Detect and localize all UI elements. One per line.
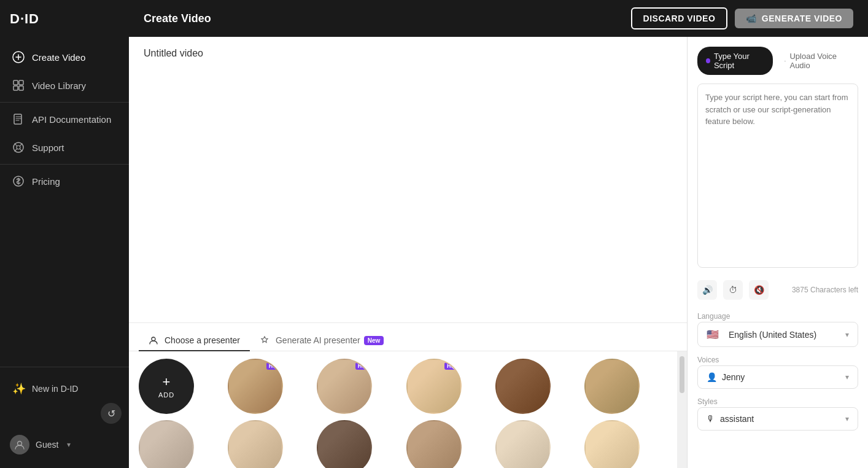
scroll-thumb	[680, 356, 684, 393]
video-canvas	[129, 66, 687, 322]
svg-rect-2	[19, 80, 23, 85]
timer-icon[interactable]: ⏱	[723, 280, 743, 300]
mic-icon: 🎙	[707, 414, 715, 424]
plus-icon: +	[163, 374, 171, 390]
tab-choose-presenter[interactable]: Choose a presenter	[139, 330, 250, 351]
language-flag: 🇺🇸	[707, 329, 719, 340]
presenter-grid: + ADD HQ HQ HQ	[129, 351, 677, 468]
logo: D·ID	[0, 0, 129, 38]
camera-icon: 📹	[746, 14, 757, 23]
sidebar-item-label: Support	[32, 142, 64, 153]
script-textarea[interactable]	[697, 84, 858, 268]
presenter-avatar[interactable]: HQ	[317, 359, 372, 414]
language-label: Language	[697, 312, 858, 321]
language-section: Language 🇺🇸 English (United States) ▾	[697, 312, 858, 347]
page-title: Create Video	[144, 12, 211, 25]
presenter-avatar[interactable]	[139, 420, 194, 468]
styles-label: Styles	[697, 397, 858, 406]
script-tabs: Type Your Script · Upload Voice Audio	[697, 47, 858, 75]
header: Create Video DISCARD VIDEO 📹 GENERATE VI…	[129, 0, 868, 37]
language-select[interactable]: 🇺🇸 English (United States) ▾	[697, 322, 858, 347]
sidebar-item-support[interactable]: Support	[0, 133, 129, 162]
header-actions: DISCARD VIDEO 📹 GENERATE VIDEO	[631, 7, 853, 29]
svg-rect-4	[19, 86, 23, 90]
right-panel: Type Your Script · Upload Voice Audio 🔊 …	[687, 37, 868, 468]
workspace: Untitled video Choose a presenter	[129, 37, 868, 468]
mute-icon[interactable]: 🔇	[749, 280, 769, 300]
support-icon	[12, 141, 25, 154]
control-icons: 🔊 ⏱ 🔇	[697, 280, 769, 300]
presenter-avatar[interactable]	[584, 420, 640, 468]
new-in-did[interactable]: ✨ New in D-ID	[0, 375, 129, 403]
svg-point-7	[17, 146, 20, 149]
presenter-avatar[interactable]: HQ	[228, 359, 283, 414]
presenter-scrollbar[interactable]	[677, 351, 687, 468]
presenter-avatar[interactable]	[317, 420, 372, 468]
style-select[interactable]: 🎙 assistant ▾	[697, 407, 858, 431]
video-area: Untitled video Choose a presenter	[129, 37, 687, 468]
plus-circle-icon	[12, 51, 25, 63]
person-icon: 👤	[707, 372, 717, 382]
avatar	[10, 435, 29, 454]
presenter-avatar[interactable]: HQ	[406, 359, 462, 414]
sparkle-icon: ✨	[12, 382, 26, 396]
sidebar-item-label: Pricing	[32, 176, 60, 187]
script-controls: 🔊 ⏱ 🔇 3875 Characters left	[697, 276, 858, 303]
add-label: ADD	[158, 391, 174, 399]
guest-area[interactable]: Guest ▾	[0, 429, 129, 461]
chars-left: 3875 Characters left	[792, 286, 858, 294]
new-in-did-label: New in D-ID	[32, 384, 78, 394]
voice-value: Jenny	[722, 372, 745, 382]
sidebar: D·ID Create Video Video Library	[0, 0, 129, 468]
tab-type-script[interactable]: Type Your Script	[697, 47, 773, 75]
sidebar-item-label: Create Video	[32, 52, 85, 63]
chevron-down-icon: ▾	[845, 373, 849, 381]
tab-upload-audio[interactable]: · Upload Voice Audio	[775, 47, 858, 75]
sidebar-item-api-docs[interactable]: API Documentation	[0, 105, 129, 133]
voices-section: Voices 👤 Jenny ▾	[697, 356, 858, 389]
chevron-down-icon: ▾	[67, 440, 71, 449]
dot-indicator	[706, 58, 710, 63]
add-presenter-button[interactable]: + ADD	[139, 359, 194, 414]
tab-label: Choose a presenter	[165, 335, 240, 345]
dollar-icon	[12, 175, 25, 187]
tab-label: Generate AI presenter	[276, 335, 360, 345]
presenter-avatar[interactable]	[495, 359, 551, 414]
presenter-avatar[interactable]	[584, 359, 640, 414]
presenter-tabs: Choose a presenter Generate AI presenter…	[129, 323, 687, 351]
sidebar-item-pricing[interactable]: Pricing	[0, 167, 129, 195]
hq-badge: HQ	[444, 362, 458, 370]
speaker-icon[interactable]: 🔊	[697, 280, 717, 300]
presenter-avatar[interactable]	[228, 420, 283, 468]
tab-label: Type Your Script	[714, 52, 764, 70]
styles-section: Styles 🎙 assistant ▾	[697, 397, 858, 431]
hq-badge: HQ	[266, 362, 280, 370]
voices-label: Voices	[697, 356, 858, 364]
sidebar-bottom: ✨ New in D-ID ↺ Guest ▾	[0, 367, 129, 468]
chevron-down-icon: ▾	[845, 415, 849, 423]
main-content: Create Video DISCARD VIDEO 📹 GENERATE VI…	[129, 0, 868, 468]
sidebar-item-video-library[interactable]: Video Library	[0, 71, 129, 99]
svg-rect-3	[14, 86, 18, 90]
sidebar-item-label: Video Library	[32, 80, 86, 91]
svg-rect-5	[14, 114, 21, 124]
presenter-avatar[interactable]	[406, 420, 462, 468]
language-value: English (United States)	[729, 330, 816, 340]
svg-point-10	[152, 337, 155, 341]
generate-video-button[interactable]: 📹 GENERATE VIDEO	[735, 9, 853, 28]
grid-icon	[12, 79, 25, 92]
new-badge: New	[364, 336, 384, 345]
discard-video-button[interactable]: DISCARD VIDEO	[631, 7, 728, 29]
presenter-section: Choose a presenter Generate AI presenter…	[129, 322, 687, 468]
presenter-avatar[interactable]	[495, 420, 551, 468]
sidebar-nav: Create Video Video Library API	[0, 38, 129, 367]
refresh-button[interactable]: ↺	[101, 403, 122, 424]
video-title: Untitled video	[129, 37, 687, 66]
voice-select[interactable]: 👤 Jenny ▾	[697, 365, 858, 389]
chevron-down-icon: ▾	[845, 330, 849, 339]
sidebar-item-label: API Documentation	[32, 114, 111, 125]
sidebar-item-create-video[interactable]: Create Video	[0, 43, 129, 71]
hq-badge: HQ	[355, 362, 369, 370]
tab-generate-ai-presenter[interactable]: Generate AI presenter New	[250, 330, 393, 351]
presenter-grid-container: + ADD HQ HQ HQ	[129, 351, 687, 468]
